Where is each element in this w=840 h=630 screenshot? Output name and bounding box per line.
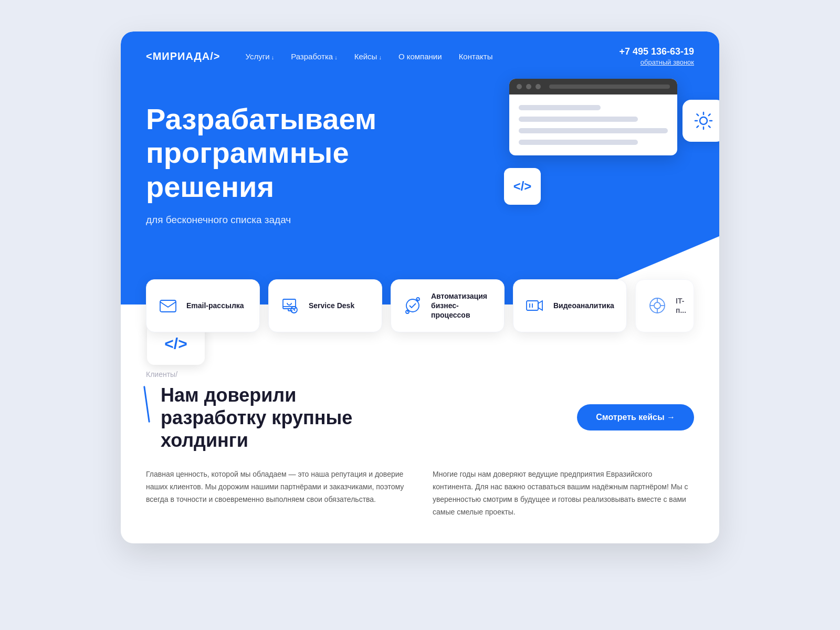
email-icon xyxy=(157,295,179,317)
clients-text-col1: Главная ценность, которой мы обладаем — … xyxy=(146,468,407,518)
service-label-automation: Автоматизация бизнес-процессов xyxy=(431,291,494,320)
service-card-email[interactable]: Email-рассылка xyxy=(146,279,260,332)
service-label-email: Email-рассылка xyxy=(186,301,244,310)
service-label-it: IT-п... xyxy=(676,296,686,315)
nav-contact: +7 495 136-63-19 обратный звонок xyxy=(619,46,694,67)
video-icon xyxy=(524,295,546,317)
gear-floating-icon xyxy=(682,100,719,142)
services-strip: Email-рассылка Service Desk xyxy=(121,279,719,332)
service-card-it[interactable]: IT-п... xyxy=(635,279,694,332)
service-card-automation[interactable]: Автоматизация бизнес-процессов xyxy=(391,279,505,332)
clients-section: Клиенты/ Нам доверили разработку крупные… xyxy=(121,332,719,544)
browser-line-4 xyxy=(519,140,638,145)
servicedesk-icon xyxy=(279,295,301,317)
browser-dot-2 xyxy=(526,84,531,89)
logo[interactable]: <МИРИАДА/> xyxy=(146,50,220,62)
callback-link[interactable]: обратный звонок xyxy=(640,58,694,66)
section-label: Клиенты/ xyxy=(146,370,694,379)
phone-number[interactable]: +7 495 136-63-19 xyxy=(619,46,694,57)
code-tag-hero: </> xyxy=(504,168,541,205)
nav-services[interactable]: Услуги↓ xyxy=(246,52,275,61)
browser-line-3 xyxy=(519,128,668,133)
nav-about[interactable]: О компании xyxy=(398,52,442,61)
it-icon xyxy=(646,295,668,317)
svg-rect-1 xyxy=(160,300,176,312)
hero-subtitle: для бесконечного списка задач xyxy=(146,214,356,226)
browser-bar xyxy=(509,79,677,94)
nav-links: Услуги↓ Разработка↓ Кейсы↓ О компании Ко… xyxy=(246,52,620,61)
svg-rect-2 xyxy=(283,299,296,309)
nav-contacts[interactable]: Контакты xyxy=(459,52,493,61)
clients-header: Нам доверили разработку крупные холдинги… xyxy=(146,384,694,452)
automation-icon xyxy=(402,295,424,317)
clients-text-row: Главная ценность, которой мы обладаем — … xyxy=(146,468,694,518)
navigation: <МИРИАДА/> Услуги↓ Разработка↓ Кейсы↓ О … xyxy=(121,32,719,81)
browser-dot-1 xyxy=(517,84,522,89)
view-cases-button[interactable]: Смотреть кейсы → xyxy=(577,404,694,430)
browser-line-2 xyxy=(519,117,638,122)
hero-title: Разрабатываем программные решения xyxy=(146,102,440,204)
service-card-video[interactable]: Видеоаналитика xyxy=(513,279,627,332)
clients-text-col2: Многие годы нам доверяют ведущие предпри… xyxy=(433,468,694,518)
browser-url-bar xyxy=(549,85,670,89)
svg-point-10 xyxy=(654,302,660,309)
browser-line-1 xyxy=(519,105,601,110)
browser-mockup xyxy=(509,79,677,155)
page-wrapper: <МИРИАДА/> Услуги↓ Разработка↓ Кейсы↓ О … xyxy=(121,32,719,543)
nav-dev[interactable]: Разработка↓ xyxy=(291,52,337,61)
clients-title: Нам доверили разработку крупные холдинги xyxy=(146,384,387,452)
service-label-video: Видеоаналитика xyxy=(553,301,614,310)
browser-dot-3 xyxy=(536,84,541,89)
browser-body xyxy=(509,94,677,155)
hero-section: <МИРИАДА/> Услуги↓ Разработка↓ Кейсы↓ О … xyxy=(121,32,719,304)
service-card-servicedesk[interactable]: Service Desk xyxy=(268,279,382,332)
nav-cases[interactable]: Кейсы↓ xyxy=(354,52,382,61)
svg-point-0 xyxy=(700,117,707,124)
service-label-servicedesk: Service Desk xyxy=(309,301,354,310)
